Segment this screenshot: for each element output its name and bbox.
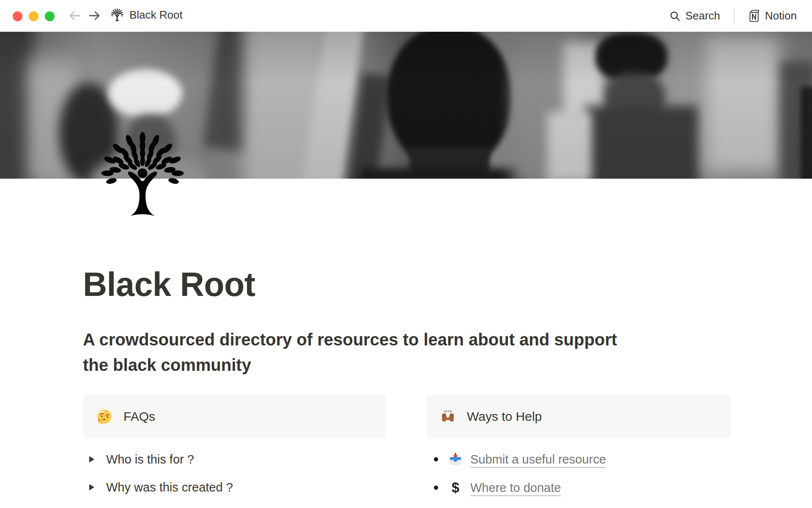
- close-button[interactable]: [13, 11, 22, 21]
- cover-shape: [781, 61, 812, 179]
- cover-shape: [243, 32, 324, 179]
- page-title: Black Root: [83, 265, 731, 304]
- cover-shape: [203, 32, 266, 153]
- toggle-why-was-this-created[interactable]: Why was this created ?: [83, 478, 386, 497]
- cover-shape: [303, 32, 364, 179]
- back-arrow-icon: [67, 9, 82, 22]
- cover-shape: [0, 32, 34, 179]
- toggle-label: Who is this for ?: [106, 453, 194, 467]
- cover-shape: [705, 36, 779, 171]
- toggle-who-is-this-for[interactable]: Who is this for ?: [83, 450, 386, 469]
- forward-arrow-icon: [87, 9, 102, 22]
- help-callout: Ways to Help: [426, 395, 731, 439]
- inbox-tray-emoji: [448, 452, 463, 467]
- cover-shape: [360, 168, 534, 179]
- bullet-dot: [434, 457, 438, 461]
- cover-shape: [595, 32, 667, 82]
- topbar-divider: [734, 9, 735, 23]
- toggle-triangle-icon[interactable]: [87, 455, 96, 464]
- tree-icon: [96, 127, 189, 221]
- notion-brand-label: Notion: [765, 9, 797, 22]
- browser-topbar: Black Root Search Notion: [0, 0, 812, 32]
- page-favicon-tree-icon: [110, 8, 124, 22]
- search-button[interactable]: Search: [669, 9, 720, 22]
- raising-hands-emoji: [440, 409, 456, 425]
- cover-shape: [547, 112, 592, 179]
- notion-window: Black Root Search Notion: [0, 0, 812, 508]
- faq-callout-label: FAQs: [123, 409, 155, 424]
- cover-shape: [387, 32, 512, 170]
- list-item-submit-resource: Submit a useful resource: [426, 450, 731, 469]
- cover-shape: [108, 69, 182, 118]
- help-callout-label: Ways to Help: [467, 409, 542, 424]
- help-column: Ways to Help Submit a: [426, 395, 731, 506]
- cover-shape: [606, 73, 665, 126]
- cover-shape: [345, 73, 392, 179]
- thinking-face-emoji: [96, 409, 112, 425]
- forward-button[interactable]: [86, 9, 102, 23]
- faq-toggle-list: Who is this for ? Why was this created ?: [83, 450, 386, 497]
- cover-shape: [28, 57, 79, 179]
- minimize-button[interactable]: [29, 11, 38, 21]
- dollar-sign-icon: $: [448, 480, 463, 496]
- help-link-list: Submit a useful resource $ Where to dona…: [426, 450, 731, 497]
- faq-callout: FAQs: [83, 395, 386, 439]
- cover-shape: [513, 32, 584, 179]
- list-item-where-to-donate: $ Where to donate: [426, 478, 731, 497]
- toggle-triangle-icon[interactable]: [87, 483, 96, 491]
- search-icon: [669, 10, 681, 22]
- notion-logo-icon: [747, 9, 761, 23]
- page-icon-tree[interactable]: [96, 127, 189, 221]
- cover-shape: [409, 147, 490, 179]
- search-label: Search: [685, 9, 720, 22]
- notion-brand-button[interactable]: Notion: [747, 9, 797, 23]
- cover-shape: [585, 106, 700, 179]
- page-subtitle: A crowdsourced directory of resources to…: [83, 327, 633, 378]
- cover-shape: [563, 42, 604, 123]
- maximize-button[interactable]: [45, 11, 55, 21]
- where-to-donate-link[interactable]: Where to donate: [470, 481, 561, 495]
- toggle-label: Why was this created ?: [106, 480, 233, 494]
- window-doc-title: Black Root: [129, 8, 183, 22]
- page-body: Black Root A crowdsourced directory of r…: [83, 265, 731, 506]
- back-button[interactable]: [67, 9, 83, 23]
- submit-resource-link[interactable]: Submit a useful resource: [470, 453, 606, 467]
- bullet-dot: [434, 486, 438, 490]
- faq-column: FAQs Who is this for ? Why was this crea…: [83, 395, 386, 506]
- two-column-layout: FAQs Who is this for ? Why was this crea…: [83, 395, 731, 506]
- cover-shape: [801, 87, 812, 179]
- doc-title-group[interactable]: Black Root: [110, 8, 183, 22]
